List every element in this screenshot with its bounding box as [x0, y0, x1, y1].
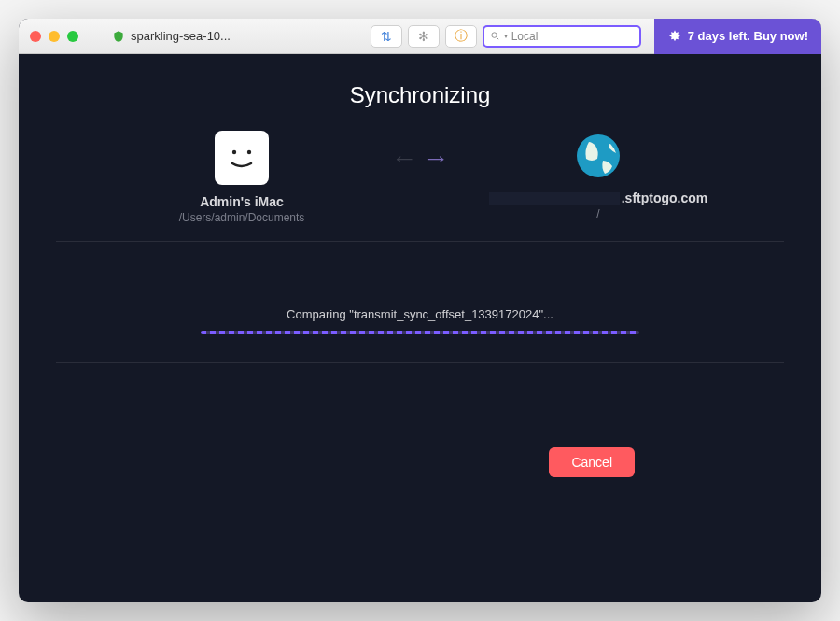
connection-tab[interactable]: sparkling-sea-10...: [103, 25, 240, 47]
svg-point-2: [232, 150, 236, 154]
finder-face-icon: [223, 139, 260, 176]
sync-endpoints: Admin's iMac /Users/admin/Documents ← →: [56, 131, 784, 224]
progress-label: Comparing "transmit_sync_offset_13391720…: [201, 307, 639, 321]
arrow-right-icon: →: [423, 146, 449, 172]
titlebar: sparkling-sea-10... ⇅ ✻ ⓘ ▾ Local 7: [19, 19, 821, 54]
redacted-hostname: [489, 192, 620, 205]
minimize-button[interactable]: [49, 31, 60, 42]
shield-icon: [112, 30, 125, 43]
remote-endpoint: .sftptogo.com /: [477, 131, 720, 220]
local-path: /Users/admin/Documents: [120, 211, 363, 224]
direction-arrows: ← →: [391, 146, 449, 172]
svg-point-3: [247, 150, 251, 154]
local-name: Admin's iMac: [120, 194, 363, 209]
sync-arrows-icon: ⇅: [381, 29, 392, 44]
sync-dialog: Synchronizing Admin's iMac /Users/admin/…: [19, 54, 821, 602]
trial-banner[interactable]: 7 days left. Buy now!: [654, 19, 821, 54]
remote-path: /: [477, 207, 720, 220]
tab-label: sparkling-sea-10...: [131, 29, 231, 43]
search-input[interactable]: ▾ Local: [483, 25, 641, 48]
sync-button[interactable]: ⇅: [371, 25, 402, 48]
toolbar: ⇅ ✻ ⓘ ▾ Local: [371, 25, 641, 48]
arrow-left-icon: ←: [391, 146, 417, 172]
remote-host-suffix: .sftptogo.com: [622, 191, 708, 205]
dropdown-chevron-icon: ▾: [504, 32, 508, 40]
finder-icon: [215, 131, 269, 185]
dialog-title: Synchronizing: [56, 82, 784, 108]
progress-bar: [201, 331, 639, 334]
trial-text: 7 days left. Buy now!: [688, 29, 808, 43]
local-endpoint: Admin's iMac /Users/admin/Documents: [120, 131, 363, 224]
app-window: sparkling-sea-10... ⇅ ✻ ⓘ ▾ Local 7: [19, 19, 821, 602]
search-icon: [490, 31, 500, 41]
info-icon: ⓘ: [455, 28, 468, 45]
remote-name: .sftptogo.com: [477, 191, 720, 205]
svg-line-1: [497, 37, 498, 39]
settings-button[interactable]: ✻: [408, 25, 440, 48]
svg-point-0: [492, 33, 497, 38]
button-row: Cancel: [56, 447, 784, 477]
cancel-button[interactable]: Cancel: [549, 447, 635, 477]
burst-icon: [667, 29, 682, 44]
close-button[interactable]: [30, 31, 41, 42]
info-button[interactable]: ⓘ: [445, 25, 477, 48]
divider: [56, 362, 784, 363]
search-placeholder: Local: [511, 30, 539, 43]
window-controls: [30, 31, 78, 42]
divider: [56, 241, 784, 242]
maximize-button[interactable]: [67, 31, 78, 42]
gear-icon: ✻: [418, 29, 429, 44]
progress-section: Comparing "transmit_sync_offset_13391720…: [201, 307, 639, 334]
svg-point-4: [577, 134, 620, 177]
globe-icon: [573, 131, 623, 181]
